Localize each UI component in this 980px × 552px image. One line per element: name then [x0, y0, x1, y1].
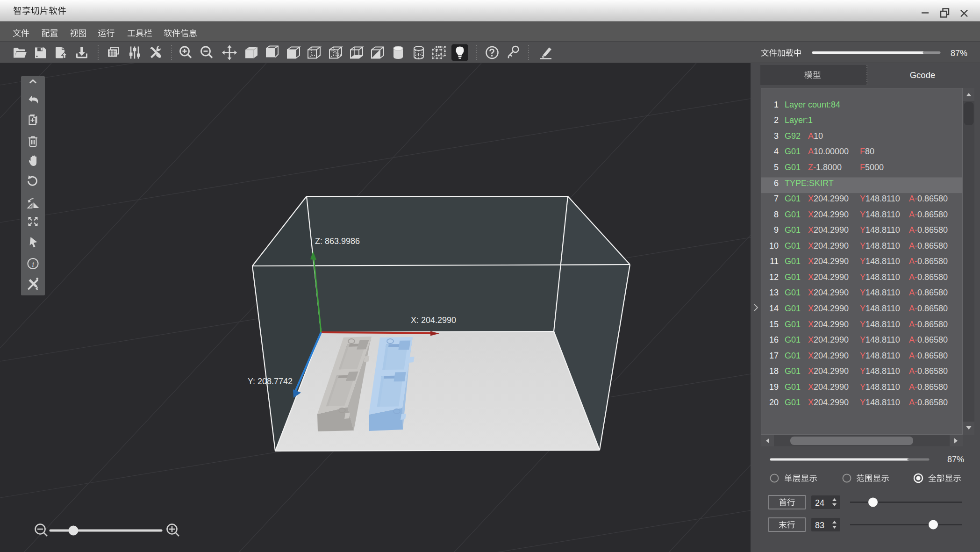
svg-text:1: 1 — [774, 100, 779, 109]
svg-text:Y148.8110: Y148.8110 — [860, 351, 900, 360]
svg-text:G01: G01 — [785, 351, 801, 360]
svg-text:Y148.8110: Y148.8110 — [860, 288, 900, 297]
svg-text:Z: 863.9986: Z: 863.9986 — [315, 237, 360, 246]
svg-text:G01: G01 — [785, 163, 801, 172]
svg-text:87%: 87% — [951, 49, 967, 58]
svg-text:F5000: F5000 — [860, 163, 884, 172]
svg-text:G01: G01 — [785, 366, 801, 376]
svg-text:G01: G01 — [785, 398, 801, 407]
svg-text:Y148.8110: Y148.8110 — [860, 210, 900, 219]
svg-text:16: 16 — [769, 335, 779, 344]
svg-text:Z-1.8000: Z-1.8000 — [808, 163, 842, 172]
svg-text:X204.2990: X204.2990 — [808, 257, 849, 266]
svg-text:i: i — [32, 260, 34, 269]
svg-text:Y148.8110: Y148.8110 — [860, 398, 900, 407]
svg-text:13: 13 — [769, 288, 779, 297]
svg-text:Y148.8110: Y148.8110 — [860, 272, 900, 282]
svg-text:X: 204.2990: X: 204.2990 — [411, 315, 456, 325]
svg-text:Y148.8110: Y148.8110 — [860, 335, 900, 344]
svg-text:Y148.8110: Y148.8110 — [860, 304, 900, 313]
svg-text:G01: G01 — [785, 257, 801, 266]
svg-text:X204.2990: X204.2990 — [808, 335, 849, 344]
svg-text:X204.2990: X204.2990 — [808, 288, 849, 297]
svg-text:87%: 87% — [947, 455, 964, 464]
svg-text:12: 12 — [769, 272, 779, 282]
svg-text:Y148.8110: Y148.8110 — [860, 320, 900, 329]
svg-text:G01: G01 — [785, 225, 801, 235]
svg-text:Y148.8110: Y148.8110 — [860, 194, 900, 203]
svg-text:Y148.8110: Y148.8110 — [860, 366, 900, 376]
svg-text:83: 83 — [815, 521, 824, 530]
svg-text:A-0.86580: A-0.86580 — [909, 241, 948, 251]
svg-text:24: 24 — [815, 498, 824, 508]
svg-text:G01: G01 — [785, 210, 801, 219]
svg-text:G01: G01 — [785, 288, 801, 297]
svg-text:G01: G01 — [785, 272, 801, 282]
svg-text:Y148.8110: Y148.8110 — [860, 257, 900, 266]
svg-text:X204.2990: X204.2990 — [808, 272, 849, 282]
svg-text:10: 10 — [769, 241, 779, 251]
svg-text:Y: 208.7742: Y: 208.7742 — [248, 377, 293, 386]
svg-text:5: 5 — [774, 163, 779, 172]
svg-text:A10: A10 — [808, 131, 823, 141]
svg-text:14: 14 — [769, 304, 779, 313]
svg-text:A-0.86580: A-0.86580 — [909, 351, 948, 360]
svg-text:A-0.86580: A-0.86580 — [909, 382, 948, 392]
svg-text:9: 9 — [774, 225, 779, 235]
svg-text:A-0.86580: A-0.86580 — [909, 288, 948, 297]
svg-text:G01: G01 — [785, 304, 801, 313]
svg-text:A-0.86580: A-0.86580 — [909, 272, 948, 282]
svg-text:X204.2990: X204.2990 — [808, 320, 849, 329]
svg-text:A-0.86580: A-0.86580 — [909, 257, 948, 266]
svg-text:Gcode: Gcode — [910, 70, 936, 80]
svg-text:A-0.86580: A-0.86580 — [909, 335, 948, 344]
svg-text:15: 15 — [769, 320, 779, 329]
svg-text:A-0.86580: A-0.86580 — [909, 366, 948, 376]
svg-text:F80: F80 — [860, 147, 874, 156]
svg-text:3: 3 — [774, 131, 779, 141]
svg-text:7: 7 — [774, 194, 779, 203]
svg-text:X204.2990: X204.2990 — [808, 210, 849, 219]
svg-text:8: 8 — [774, 210, 779, 219]
svg-text:X204.2990: X204.2990 — [808, 398, 849, 407]
svg-text:20: 20 — [769, 398, 779, 407]
svg-text:A-0.86580: A-0.86580 — [909, 194, 948, 203]
svg-text:A-0.86580: A-0.86580 — [909, 210, 948, 219]
svg-text:A-0.86580: A-0.86580 — [909, 304, 948, 313]
svg-text:G01: G01 — [785, 335, 801, 344]
svg-text:17: 17 — [769, 351, 779, 360]
svg-text:G92: G92 — [785, 131, 801, 141]
svg-text:G01: G01 — [785, 382, 801, 392]
svg-text:X204.2990: X204.2990 — [808, 194, 849, 203]
svg-text:2: 2 — [774, 115, 779, 125]
svg-text:X204.2990: X204.2990 — [808, 225, 849, 235]
svg-text:G01: G01 — [785, 320, 801, 329]
svg-text:X204.2990: X204.2990 — [808, 366, 849, 376]
svg-text:Y148.8110: Y148.8110 — [860, 225, 900, 235]
svg-text:TYPE:SKIRT: TYPE:SKIRT — [785, 179, 834, 188]
svg-text:X204.2990: X204.2990 — [808, 351, 849, 360]
svg-text:G01: G01 — [785, 147, 801, 156]
svg-text:Y148.8110: Y148.8110 — [860, 241, 900, 251]
svg-text:4: 4 — [774, 147, 779, 156]
svg-text:X204.2990: X204.2990 — [808, 382, 849, 392]
svg-text:Y148.8110: Y148.8110 — [860, 382, 900, 392]
svg-text:X204.2990: X204.2990 — [808, 304, 849, 313]
svg-text:18: 18 — [769, 366, 779, 376]
svg-text:Layer count:84: Layer count:84 — [785, 100, 840, 109]
svg-text:19: 19 — [769, 382, 779, 392]
svg-text:A-0.86580: A-0.86580 — [909, 398, 948, 407]
svg-text:A10.00000: A10.00000 — [808, 147, 849, 156]
svg-text:G01: G01 — [785, 241, 801, 251]
svg-text:11: 11 — [770, 257, 779, 266]
svg-text:Layer:1: Layer:1 — [785, 115, 813, 125]
svg-text:A-0.86580: A-0.86580 — [909, 320, 948, 329]
svg-text:6: 6 — [774, 179, 779, 188]
svg-text:X204.2990: X204.2990 — [808, 241, 849, 251]
svg-text:G01: G01 — [785, 194, 801, 203]
svg-text:A-0.86580: A-0.86580 — [909, 225, 948, 235]
